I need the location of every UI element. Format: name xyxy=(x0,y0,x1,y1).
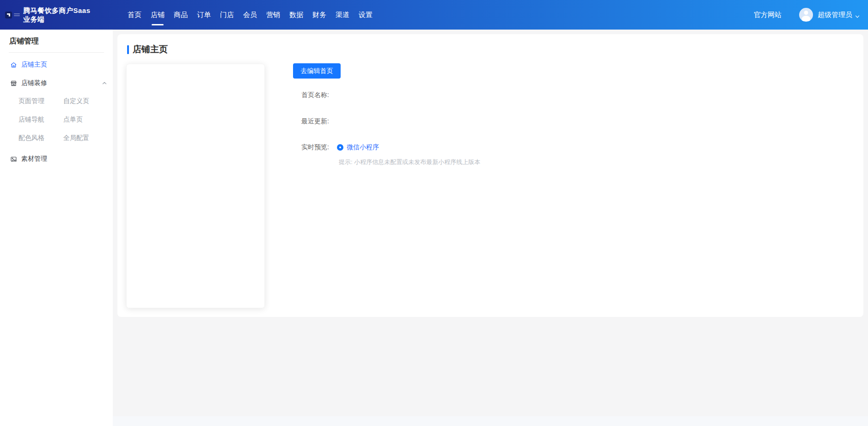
nav-item-finance[interactable]: 财务 xyxy=(312,0,326,30)
nav-item-home[interactable]: 首页 xyxy=(128,0,141,30)
sidebar-item-shop-decoration[interactable]: 店铺装修 xyxy=(10,79,108,87)
miniprogram-hint-text: 提示: 小程序信息未配置或未发布最新小程序线上版本 xyxy=(339,158,480,166)
section-title: 店铺主页 xyxy=(127,43,168,55)
sidebar-item-shop-homepage[interactable]: 店铺主页 xyxy=(10,61,108,69)
user-name[interactable]: 超级管理员 xyxy=(818,11,852,19)
realtime-preview-row: 实时预览: 微信小程序 xyxy=(301,143,480,152)
sidebar-divider xyxy=(9,52,104,53)
storefront-icon xyxy=(10,80,17,87)
wechat-miniprogram-radio[interactable] xyxy=(337,144,343,151)
nav-item-shop[interactable]: 店铺 xyxy=(151,0,165,30)
brand[interactable]: 腾马餐饮多商户Saas业务端 xyxy=(5,0,96,30)
sidebar-subitem-page-management[interactable]: 页面管理 xyxy=(18,97,63,105)
image-icon xyxy=(10,156,17,163)
sidebar-subitem-order-page[interactable]: 点单页 xyxy=(63,116,97,124)
nav-item-marketing[interactable]: 营销 xyxy=(266,0,280,30)
home-icon xyxy=(10,61,17,68)
home-name-label: 首页名称: xyxy=(301,91,480,99)
page-title: 店铺主页 xyxy=(133,43,168,55)
main-content: 店铺主页 去编辑首页 首页名称: 最近更新: 实时预览: 微信小程序 提示: 小… xyxy=(113,30,868,426)
chevron-down-icon[interactable] xyxy=(855,12,860,17)
top-navbar: 腾马餐饮多商户Saas业务端 首页 店铺 商品 订单 门店 会员 营销 数据 财… xyxy=(0,0,868,30)
homepage-detail-column: 去编辑首页 首页名称: 最近更新: 实时预览: 微信小程序 提示: 小程序信息未… xyxy=(293,63,480,166)
sidebar-item-label: 店铺装修 xyxy=(21,79,47,87)
sidebar-item-label: 店铺主页 xyxy=(21,61,47,69)
sidebar-title: 店铺管理 xyxy=(9,37,113,46)
sidebar-item-label: 素材管理 xyxy=(21,155,47,163)
homepage-preview-panel xyxy=(126,64,265,308)
chevron-up-icon[interactable] xyxy=(102,80,107,86)
realtime-preview-label: 实时预览: xyxy=(301,143,329,152)
main-nav: 首页 店铺 商品 订单 门店 会员 营销 数据 财务 渠道 设置 xyxy=(128,0,373,30)
nav-item-stores[interactable]: 门店 xyxy=(220,0,234,30)
user-avatar[interactable] xyxy=(799,8,813,22)
nav-item-orders[interactable]: 订单 xyxy=(197,0,211,30)
sidebar: 店铺管理 店铺主页 店铺装修 页面管理 自定义页 店铺导航 xyxy=(0,30,113,426)
nav-item-goods[interactable]: 商品 xyxy=(174,0,188,30)
brand-title: 腾马餐饮多商户Saas业务端 xyxy=(23,6,96,24)
shop-homepage-card: 店铺主页 去编辑首页 首页名称: 最近更新: 实时预览: 微信小程序 提示: 小… xyxy=(117,34,863,317)
logo-mark-icon xyxy=(5,12,12,18)
nav-item-settings[interactable]: 设置 xyxy=(359,0,373,30)
nav-item-members[interactable]: 会员 xyxy=(243,0,257,30)
official-website-link[interactable]: 官方网站 xyxy=(754,11,782,19)
sidebar-subitem-custom-page[interactable]: 自定义页 xyxy=(63,97,97,105)
footer-strip xyxy=(113,416,868,426)
sidebar-subitem-shop-navigation[interactable]: 店铺导航 xyxy=(18,116,63,124)
navbar-right: 官方网站 超级管理员 xyxy=(754,0,868,30)
last-update-label: 最近更新: xyxy=(301,117,480,125)
edit-homepage-button[interactable]: 去编辑首页 xyxy=(293,63,341,79)
sidebar-subitem-global-config[interactable]: 全局配置 xyxy=(63,134,97,142)
sidebar-subitem-color-style[interactable]: 配色风格 xyxy=(18,134,63,142)
logo-subtext xyxy=(14,13,20,16)
brand-logo-icon xyxy=(5,12,20,18)
title-accent-bar xyxy=(127,45,129,54)
sidebar-submenu: 页面管理 自定义页 店铺导航 点单页 配色风格 全局配置 xyxy=(18,97,97,142)
sidebar-item-material-management[interactable]: 素材管理 xyxy=(10,155,108,163)
wechat-miniprogram-link[interactable]: 微信小程序 xyxy=(347,143,379,152)
nav-item-data[interactable]: 数据 xyxy=(289,0,303,30)
nav-item-channels[interactable]: 渠道 xyxy=(336,0,349,30)
